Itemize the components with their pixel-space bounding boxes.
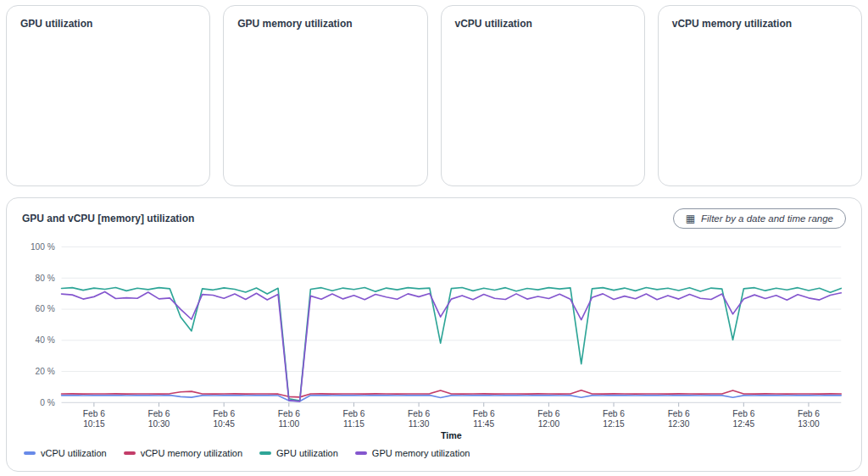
gauge-card-title: vCPU utilization	[455, 18, 631, 30]
svg-text:Feb 6: Feb 6	[798, 409, 820, 418]
date-time-filter-label: Filter by a date and time range	[701, 213, 833, 224]
legend-swatch	[355, 451, 367, 455]
gauge-card-gpu-memory-utilization: GPU memory utilization	[223, 5, 427, 186]
date-time-filter-button[interactable]: ▦ Filter by a date and time range	[673, 208, 846, 229]
svg-text:11:45: 11:45	[473, 419, 494, 429]
gauge-card-vcpu-utilization: vCPU utilization	[441, 5, 645, 186]
svg-text:Feb 6: Feb 6	[213, 409, 235, 418]
utilization-chart-panel: GPU and vCPU [memory] utilization ▦ Filt…	[6, 197, 862, 472]
chart-legend: vCPU utilization vCPU memory utilization…	[19, 445, 849, 458]
svg-text:11:15: 11:15	[343, 419, 364, 429]
svg-text:12:30: 12:30	[668, 419, 690, 429]
svg-text:12:15: 12:15	[603, 419, 625, 429]
line-chart[interactable]: 100 %80 %60 %40 %20 %0 %Feb 610:15Feb 61…	[19, 234, 849, 445]
svg-text:Feb 6: Feb 6	[473, 409, 495, 418]
svg-text:11:00: 11:00	[278, 419, 299, 429]
svg-text:Feb 6: Feb 6	[342, 409, 364, 418]
svg-text:80 %: 80 %	[36, 274, 55, 283]
svg-text:Feb 6: Feb 6	[537, 409, 559, 418]
svg-text:10:45: 10:45	[213, 419, 235, 429]
legend-item-gpu-utilization[interactable]: GPU utilization	[259, 448, 338, 458]
svg-text:10:15: 10:15	[83, 419, 105, 429]
panel-title: GPU and vCPU [memory] utilization	[22, 213, 194, 224]
legend-swatch	[124, 451, 136, 455]
line-chart-svg: 100 %80 %60 %40 %20 %0 %Feb 610:15Feb 61…	[19, 234, 849, 441]
svg-text:Feb 6: Feb 6	[278, 409, 300, 418]
legend-label: vCPU memory utilization	[141, 448, 242, 458]
legend-label: GPU memory utilization	[372, 448, 470, 458]
svg-text:Feb 6: Feb 6	[408, 409, 430, 418]
gauge-cards-row: GPU utilization GPU memory utilization v…	[6, 5, 862, 186]
legend-item-vcpu-utilization[interactable]: vCPU utilization	[24, 448, 107, 458]
svg-text:11:30: 11:30	[409, 419, 430, 429]
panel-header: GPU and vCPU [memory] utilization ▦ Filt…	[19, 207, 849, 234]
svg-text:100 %: 100 %	[31, 242, 55, 252]
svg-text:12:00: 12:00	[538, 419, 560, 429]
svg-text:20 %: 20 %	[36, 367, 55, 376]
svg-text:Feb 6: Feb 6	[603, 409, 625, 418]
gauge-card-gpu-utilization: GPU utilization	[6, 5, 210, 186]
gauge-card-title: vCPU memory utilization	[672, 18, 848, 30]
svg-text:Time: Time	[441, 430, 462, 440]
svg-text:0 %: 0 %	[40, 398, 55, 407]
svg-text:Feb 6: Feb 6	[668, 409, 690, 418]
legend-label: GPU utilization	[276, 448, 338, 458]
legend-item-gpu-memory-utilization[interactable]: GPU memory utilization	[355, 448, 470, 458]
svg-text:Feb 6: Feb 6	[147, 409, 170, 418]
svg-text:12:45: 12:45	[733, 419, 755, 429]
legend-item-vcpu-memory-utilization[interactable]: vCPU memory utilization	[124, 448, 242, 458]
svg-text:40 %: 40 %	[36, 335, 55, 345]
svg-text:13:00: 13:00	[798, 419, 820, 429]
legend-label: vCPU utilization	[41, 448, 107, 458]
legend-swatch	[24, 451, 36, 455]
gauge-card-vcpu-memory-utilization: vCPU memory utilization	[658, 5, 862, 186]
svg-text:10:30: 10:30	[148, 419, 170, 429]
legend-swatch	[259, 451, 271, 455]
gauge-card-title: GPU utilization	[20, 18, 196, 30]
svg-text:Feb 6: Feb 6	[732, 409, 754, 418]
svg-text:Feb 6: Feb 6	[83, 409, 105, 418]
gauge-card-title: GPU memory utilization	[237, 18, 413, 30]
calendar-icon: ▦	[686, 213, 695, 224]
svg-text:60 %: 60 %	[36, 304, 55, 313]
